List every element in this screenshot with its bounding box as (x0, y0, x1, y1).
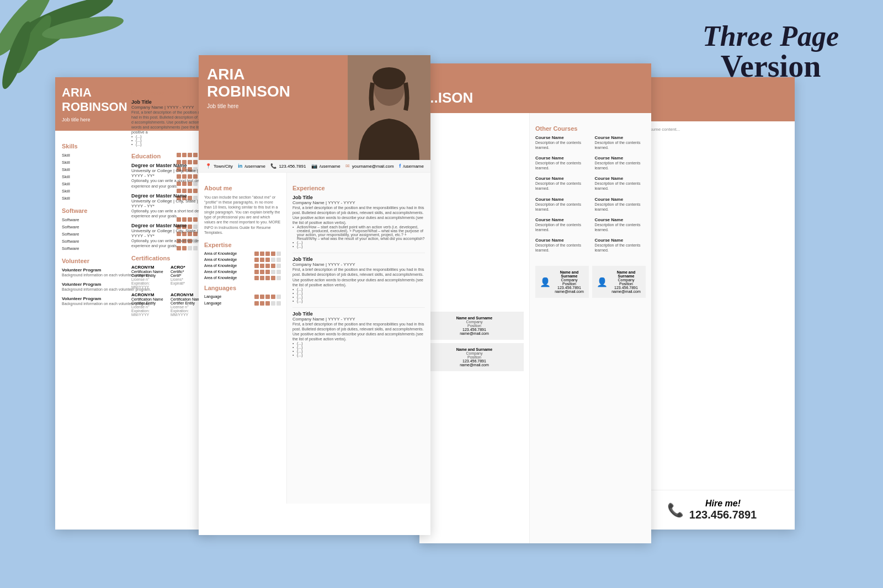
education-item: Degree or Master Name University or Coll… (131, 223, 205, 248)
course-item: Course Name Description of the contents … (595, 176, 646, 191)
courses-grid: Course Name Description of the contents … (535, 135, 646, 255)
about-me-text: You can include the section "about me" o… (204, 195, 281, 235)
email-icon: ✉ (345, 163, 350, 169)
course-item: Course Name Description of the contents … (595, 197, 646, 212)
facebook-text: /username (403, 164, 424, 169)
title-line2: Version (703, 51, 839, 82)
education-label: Education (131, 153, 205, 159)
language-row: Language (204, 301, 281, 306)
page3-left: Name and Surname Company Position 123.45… (419, 113, 530, 543)
about-me-label: About me (204, 185, 281, 191)
facebook-icon: f (399, 163, 401, 169)
page3-header: ...ISON (419, 63, 651, 113)
instagram-icon: 📷 (311, 163, 317, 169)
location-icon: 📍 (205, 163, 211, 169)
phone-hire-icon: 📞 (667, 503, 684, 518)
course-item: Course Name Description of the contents … (535, 135, 587, 150)
job-item: Job Title Company Name | YYYY - YYYY Fir… (292, 256, 425, 302)
page2-body: About me You can include the section "ab… (199, 173, 430, 504)
page2-right: Experience Job Title Company Name | YYYY… (287, 173, 430, 504)
job-item: Job Title Company Name | YYYY - YYYY Fir… (292, 311, 425, 357)
resume-page-2: ARIA ROBINSON Job title here (199, 55, 430, 535)
course-item: Course Name Description of the contents … (535, 197, 587, 212)
reference-item: Name and Surname Company Position 123.45… (425, 343, 524, 371)
expertise-row: Area of Knowledge (204, 264, 281, 268)
location-text: Town/City (214, 164, 233, 169)
title-line1: Three Page (703, 22, 839, 51)
references-bottom: 👤 Name and Surname Company Position 123.… (535, 266, 646, 298)
expertise-row: Area of Knowledge (204, 252, 281, 256)
hire-me-section: 📞 Hire me! 123.456.7891 (629, 490, 795, 530)
page2-left: About me You can include the section "ab… (199, 173, 287, 504)
hire-me-phone: 123.456.7891 (689, 509, 757, 521)
reference-item: 👤 Name and Surname Company Position 123.… (535, 266, 589, 298)
experience-label: Experience (292, 185, 425, 191)
course-item: Course Name Description of the contents … (535, 176, 587, 191)
phone-icon: 📞 (270, 163, 276, 169)
page2-header: ARIA ROBINSON Job title here (199, 55, 430, 160)
other-courses-label: Other Courses (535, 125, 646, 132)
expertise-row: Area of Knowledge (204, 276, 281, 280)
linkedin-text: /username (244, 164, 265, 169)
course-item: Course Name Description of the contents … (535, 217, 587, 232)
expertise-row: Area of Knowledge (204, 258, 281, 262)
course-item: Course Name Description of the contents … (595, 156, 646, 170)
languages-list: Language Language (204, 295, 281, 306)
page4-content: More resume content... (629, 121, 795, 141)
email-text: yourname@mail.com (352, 164, 394, 169)
course-item: Course Name Description of the contents … (595, 238, 646, 253)
reference-item: Name and Surname Company Position 123.45… (425, 312, 524, 340)
page3-name-partial: ...ISON (426, 90, 473, 105)
expertise-list: Area of Knowledge Area of Knowledge Area… (204, 252, 281, 280)
course-item: Course Name Description of the contents … (535, 238, 587, 253)
cert-row: ACRONYM Certification Name Certifier Ent… (131, 292, 205, 317)
course-item: Course Name Description of the contents … (595, 135, 646, 150)
contact-strip: 📍 Town/City in /username 📞 123.456.7891 … (199, 160, 430, 173)
education-item: Degree or Master Name University or Coll… (131, 193, 205, 218)
course-item: Course Name Description of the contents … (535, 156, 587, 170)
expertise-row: Area of Knowledge (204, 270, 281, 274)
education-item: Degree or Master Name University or Coll… (131, 163, 205, 188)
phone-text: 123.456.7891 (279, 164, 306, 169)
page3-right: Other Courses Course Name Description of… (530, 113, 651, 543)
instagram-text: /username (320, 164, 341, 169)
svg-point-8 (373, 67, 406, 89)
linkedin-icon: in (238, 163, 242, 169)
pages-container: ARIA ROBINSON Job title here Skills Skil… (28, 33, 855, 571)
resume-page-1: ARIA ROBINSON Job title here Skills Skil… (55, 77, 210, 530)
photo-placeholder-svg (348, 55, 430, 160)
resume-page-3: ...ISON Name and Surname Company Positio… (419, 63, 651, 543)
expertise-label: Expertise (204, 242, 281, 248)
person-icon: 👤 (597, 277, 608, 287)
page1-right-column: Experience Job Title Company Name | YYYY… (127, 77, 210, 530)
page3-body: Name and Surname Company Position 123.45… (419, 113, 651, 543)
page-title: Three Page Version (703, 22, 839, 82)
page4-header (629, 77, 795, 121)
job-item: Job Title Company Name | YYYY - YYYY Fir… (292, 195, 425, 248)
course-item: Course Name Description of the contents … (595, 217, 646, 232)
resume-page-4: More resume content... 📞 Hire me! 123.45… (629, 77, 795, 530)
profile-photo (348, 55, 430, 160)
person-icon: 👤 (540, 277, 551, 287)
hire-me-label: Hire me! (689, 499, 757, 509)
language-row: Language (204, 295, 281, 299)
experience-label: Experience (131, 89, 205, 96)
reference-item: 👤 Name and Surname Company Position 123.… (592, 266, 646, 298)
cert-row: ACRONYM Certification Name Certifier Ent… (131, 265, 205, 289)
experience-item: Job Title Company Name | YYYY - YYYY Fir… (131, 99, 205, 146)
certifications-label: Certifications (131, 255, 205, 261)
languages-label: Languages (204, 285, 281, 291)
